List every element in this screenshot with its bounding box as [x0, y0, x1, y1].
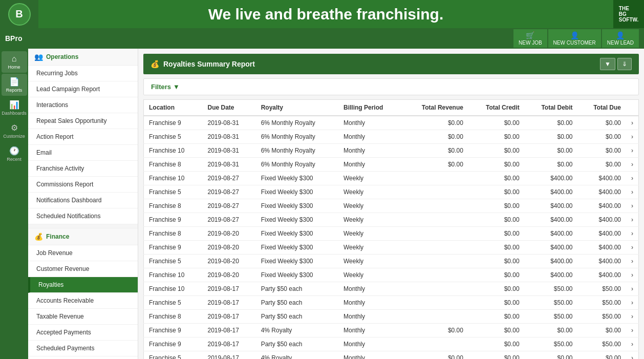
filters-label-text: Filters — [151, 83, 171, 91]
nav-item-accepted-payments[interactable]: Accepted Payments — [28, 325, 138, 341]
nav-item-commissions-report[interactable]: Commissions Report — [28, 177, 138, 193]
table-row[interactable]: Franchise 5 2019-08-17 Party $50 each Mo… — [144, 296, 639, 310]
nav-item-franchise-activity[interactable]: Franchise Activity — [28, 161, 138, 177]
cell-royalty: Fixed Weekly $300 — [256, 268, 338, 282]
cell-total-debit: $400.00 — [525, 268, 578, 282]
table-row[interactable]: Franchise 5 2019-08-20 Fixed Weekly $300… — [144, 255, 639, 268]
row-chevron-icon: › — [626, 116, 639, 130]
table-row[interactable]: Franchise 8 2019-08-20 Fixed Weekly $300… — [144, 227, 639, 241]
cell-location: Franchise 8 — [144, 310, 203, 324]
nav-item-royalties[interactable]: Royalties — [28, 277, 138, 293]
nav-item-recurring-jobs[interactable]: Recurring Jobs — [28, 66, 138, 81]
sidebar-icon-dashboards[interactable]: 📊 Dashboards — [2, 97, 27, 119]
app-title: BPro — [5, 34, 513, 43]
cell-location: Franchise 8 — [144, 199, 203, 213]
cell-billing-period: Monthly — [338, 130, 402, 144]
table-row[interactable]: Franchise 8 2019-08-31 6% Monthly Royalt… — [144, 158, 639, 172]
cell-total-revenue — [402, 296, 468, 310]
operations-section-header: 👥 Operations — [28, 49, 138, 66]
download-button[interactable]: ⇓ — [617, 58, 632, 70]
cell-royalty: Fixed Weekly $300 — [256, 185, 338, 199]
nav-item-lead-campaign-report[interactable]: Lead Campaign Report — [28, 81, 138, 97]
filters-chevron-icon: ▼ — [173, 83, 180, 91]
cell-royalty: Party $50 each — [256, 310, 338, 324]
table-row[interactable]: Franchise 9 2019-08-17 Party $50 each Mo… — [144, 337, 639, 351]
nav-item-scheduled-payments[interactable]: Scheduled Payments — [28, 341, 138, 356]
cell-total-due: $400.00 — [578, 172, 626, 185]
cell-total-credit: $0.00 — [468, 296, 525, 310]
home-icon: ⌂ — [12, 54, 17, 64]
cell-total-revenue — [402, 310, 468, 324]
cell-total-debit: $400.00 — [525, 185, 578, 199]
new-lead-button[interactable]: 👤 NEW LEAD — [602, 29, 639, 48]
cell-total-revenue: $0.00 — [402, 144, 468, 158]
cell-total-debit: $50.00 — [525, 310, 578, 324]
royalties-table: Location Due Date Royalty Billing Period… — [143, 99, 639, 359]
nav-item-scheduled-notifications[interactable]: Scheduled Notifications — [28, 208, 138, 224]
cell-due-date: 2019-08-20 — [203, 227, 256, 241]
nav-bar: BPro 🛒 NEW JOB 👤 NEW CUSTOMER 👤 NEW LEAD — [0, 28, 644, 49]
nav-item-job-revenue[interactable]: Job Revenue — [28, 245, 138, 261]
new-job-button[interactable]: 🛒 NEW JOB — [513, 29, 547, 48]
nav-item-interactions[interactable]: Interactions — [28, 97, 138, 113]
nav-item-accounts-receivable[interactable]: Accounts Receivable — [28, 293, 138, 309]
cell-total-debit: $400.00 — [525, 227, 578, 241]
table-row[interactable]: Franchise 8 2019-08-27 Fixed Weekly $300… — [144, 199, 639, 213]
table-row[interactable]: Franchise 9 2019-08-31 6% Monthly Royalt… — [144, 116, 639, 130]
cell-total-due: $0.00 — [578, 324, 626, 337]
filters-toggle[interactable]: Filters ▼ — [151, 83, 180, 91]
row-chevron-icon: › — [626, 268, 639, 282]
cell-billing-period: Monthly — [338, 144, 402, 158]
cell-royalty: Fixed Weekly $300 — [256, 255, 338, 268]
nav-item-repeat-sales[interactable]: Repeat Sales Opportunity — [28, 113, 138, 129]
sidebar-icon-customize[interactable]: ⚙ Customize — [2, 120, 27, 142]
table-row[interactable]: Franchise 9 2019-08-17 4% Royalty Monthl… — [144, 324, 639, 337]
dashboards-icon: 📊 — [9, 100, 19, 110]
new-customer-button[interactable]: 👤 NEW CUSTOMER — [548, 29, 601, 48]
cell-location: Franchise 10 — [144, 144, 203, 158]
table-row[interactable]: Franchise 5 2019-08-17 4% Royalty Monthl… — [144, 351, 639, 360]
cell-billing-period: Monthly — [338, 337, 402, 351]
table-row[interactable]: Franchise 9 2019-08-27 Fixed Weekly $300… — [144, 213, 639, 227]
table-row[interactable]: Franchise 10 2019-08-17 Party $50 each M… — [144, 282, 639, 296]
sidebar-icon-recent[interactable]: 🕐 Recent — [2, 143, 27, 165]
cell-total-credit: $0.00 — [468, 241, 525, 255]
brand-logo-area: THEBGSOFTW. — [613, 0, 644, 28]
cell-royalty: 4% Royalty — [256, 324, 338, 337]
cell-due-date: 2019-08-27 — [203, 172, 256, 185]
finance-icon: 💰 — [34, 233, 43, 241]
table-row[interactable]: Franchise 10 2019-08-31 6% Monthly Royal… — [144, 144, 639, 158]
new-lead-icon: 👤 — [616, 31, 625, 39]
cell-location: Franchise 9 — [144, 116, 203, 130]
cell-total-revenue — [402, 213, 468, 227]
cell-location: Franchise 5 — [144, 296, 203, 310]
finance-section-header: 💰 Finance — [28, 228, 138, 245]
table-row[interactable]: Franchise 8 2019-08-17 Party $50 each Mo… — [144, 310, 639, 324]
cell-total-revenue — [402, 282, 468, 296]
cell-billing-period: Weekly — [338, 255, 402, 268]
cell-royalty: 6% Monthly Royalty — [256, 116, 338, 130]
nav-item-customer-revenue[interactable]: Customer Revenue — [28, 261, 138, 277]
cell-total-credit: $0.00 — [468, 199, 525, 213]
cell-due-date: 2019-08-31 — [203, 144, 256, 158]
table-row[interactable]: Franchise 5 2019-08-31 6% Monthly Royalt… — [144, 130, 639, 144]
cell-total-credit: $0.00 — [468, 310, 525, 324]
cell-total-revenue — [402, 227, 468, 241]
nav-item-email[interactable]: Email — [28, 145, 138, 161]
filter-button[interactable]: ▼ — [600, 58, 615, 70]
nav-item-notifications-dashboard[interactable]: Notifications Dashboard — [28, 193, 138, 208]
cell-total-debit: $400.00 — [525, 199, 578, 213]
nav-item-taxable-revenue[interactable]: Taxable Revenue — [28, 309, 138, 325]
sidebar-icon-home[interactable]: ⌂ Home — [2, 51, 27, 73]
reports-icon: 📄 — [9, 77, 19, 87]
table-row[interactable]: Franchise 9 2019-08-20 Fixed Weekly $300… — [144, 241, 639, 255]
sidebar-icon-reports[interactable]: 📄 Reports — [2, 74, 27, 96]
table-row[interactable]: Franchise 10 2019-08-20 Fixed Weekly $30… — [144, 268, 639, 282]
cell-total-debit: $0.00 — [525, 351, 578, 360]
reports-label: Reports — [6, 88, 23, 93]
table-row[interactable]: Franchise 5 2019-08-27 Fixed Weekly $300… — [144, 185, 639, 199]
table-row[interactable]: Franchise 10 2019-08-27 Fixed Weekly $30… — [144, 172, 639, 185]
nav-item-action-report[interactable]: Action Report — [28, 129, 138, 145]
cell-due-date: 2019-08-27 — [203, 199, 256, 213]
col-header-total-credit: Total Credit — [468, 100, 525, 116]
